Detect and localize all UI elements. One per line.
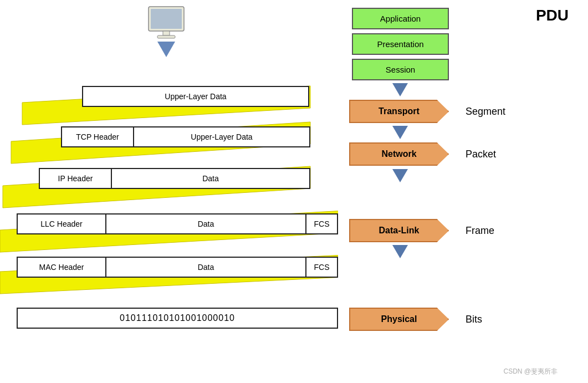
arrow-to-datalink — [392, 169, 408, 182]
svg-rect-2 — [163, 31, 170, 35]
watermark: CSDN @斐夷所非 — [503, 367, 558, 376]
llc-fcs-cell: FCS — [306, 215, 337, 233]
tcp-frame: TCP Header Upper-Layer Data — [61, 126, 310, 147]
ip-header-cell: IP Header — [40, 169, 112, 188]
svg-rect-3 — [157, 35, 175, 38]
llc-header-cell: LLC Header — [18, 215, 106, 233]
ip-data-cell: Data — [112, 169, 309, 188]
bits-label: Bits — [466, 314, 482, 325]
tcp-header-cell: TCP Header — [62, 127, 134, 146]
tcp-data-cell: Upper-Layer Data — [134, 127, 309, 146]
mac-header-cell: MAC Header — [18, 258, 106, 277]
bits-frame: 010111010101001000010 — [17, 308, 338, 329]
physical-layer: Physical — [349, 308, 449, 331]
transport-layer: Transport — [349, 100, 449, 123]
pdu-title: PDU — [536, 7, 569, 24]
mac-data-cell: Data — [106, 258, 306, 277]
arrow-to-network — [392, 126, 408, 139]
arrow-to-physical — [392, 245, 408, 258]
svg-rect-1 — [151, 9, 182, 29]
mac-frame: MAC Header Data FCS — [17, 257, 338, 278]
segment-label: Segment — [466, 106, 505, 118]
upper-layer-cell: Upper-Layer Data — [83, 87, 308, 106]
session-layer: Session — [352, 59, 449, 80]
packet-label: Packet — [466, 149, 496, 160]
arrow-to-transport — [392, 83, 408, 96]
upper-layer-data-frame: Upper-Layer Data — [82, 86, 309, 107]
llc-data-cell: Data — [106, 215, 306, 233]
bits-cell: 010111010101001000010 — [18, 309, 337, 328]
presentation-layer: Presentation — [352, 33, 449, 57]
computer-icon — [144, 6, 188, 57]
datalink-layer: Data-Link — [349, 219, 449, 242]
llc-frame: LLC Header Data FCS — [17, 213, 338, 234]
mac-fcs-cell: FCS — [306, 258, 337, 277]
application-layer: Application — [352, 8, 449, 31]
ip-frame: IP Header Data — [39, 168, 310, 189]
network-layer: Network — [349, 142, 449, 166]
frame-label: Frame — [466, 225, 494, 237]
